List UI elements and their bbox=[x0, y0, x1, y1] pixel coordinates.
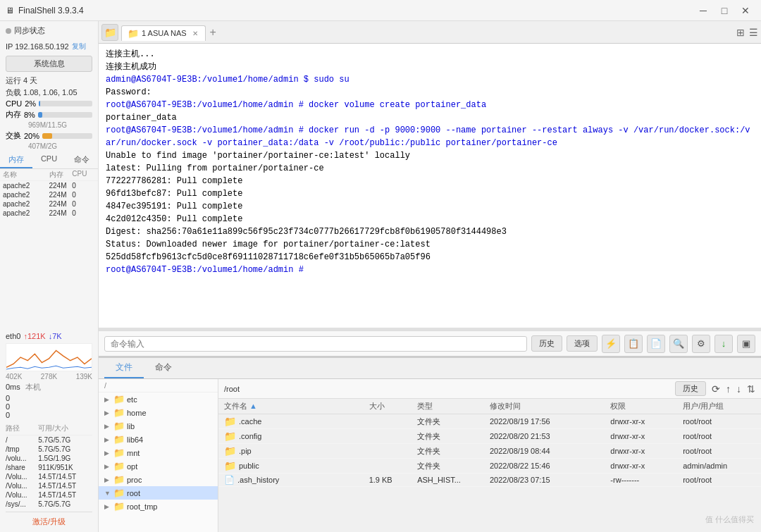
file-perm: drwxr-xr-x bbox=[610, 417, 683, 426]
list-item: apache2224M0 bbox=[0, 209, 98, 218]
ping-label: 0ms bbox=[6, 383, 20, 391]
col-header-user[interactable]: 用户/用户组 bbox=[683, 401, 755, 412]
cpu-row: CPU 2% bbox=[0, 99, 98, 109]
terminal-area: 连接主机...连接主机成功admin@AS6704T-9E3B:/volume1… bbox=[99, 44, 761, 356]
ping-val-1: 0 bbox=[6, 394, 92, 402]
copy-ip-button[interactable]: 复制 bbox=[72, 42, 86, 51]
net-row: eth0 ↑121K ↓7K bbox=[0, 330, 98, 342]
expand-icon: ▼ bbox=[104, 490, 111, 497]
file-name: 📁public bbox=[224, 460, 369, 471]
select-button[interactable]: 选项 bbox=[567, 335, 598, 352]
file-perm: drwxr-xr-x bbox=[610, 462, 683, 470]
col-header-date[interactable]: 修改时间 bbox=[490, 401, 610, 412]
sidebar-tab-cmd[interactable]: 命令 bbox=[66, 152, 98, 168]
table-row[interactable]: 📁public 文件夹 2022/08/22 15:46 drwxr-xr-x … bbox=[218, 459, 761, 474]
table-row[interactable]: 📁.config 文件夹 2022/08/20 21:53 drwxr-xr-x… bbox=[218, 429, 761, 444]
right-panel: 📁 📁 1 ASUA NAS ✕ + ⊞ ☰ 连接主机...连接主机成功admi… bbox=[99, 21, 761, 532]
mem-bar-bg bbox=[38, 112, 92, 118]
tree-item-label: lib64 bbox=[127, 435, 143, 444]
refresh-button[interactable]: ⟳ bbox=[712, 383, 720, 395]
command-input[interactable] bbox=[104, 336, 527, 352]
list-item[interactable]: ▶ 📁 root_tmp bbox=[99, 500, 218, 513]
disk-col-path: 路径 bbox=[6, 423, 38, 433]
list-item[interactable]: ▶ 📁 opt bbox=[99, 459, 218, 473]
col-header-size[interactable]: 大小 bbox=[369, 401, 418, 412]
folder-icon: 📁 bbox=[224, 431, 236, 442]
list-item[interactable]: ▼ 📁 root bbox=[99, 486, 218, 500]
terminal-line: 4847ec395191: Pull complete bbox=[106, 200, 754, 213]
file-tab-files[interactable]: 文件 bbox=[104, 358, 144, 378]
list-item[interactable]: ▶ 📁 home bbox=[99, 406, 218, 419]
net-down: ↓7K bbox=[49, 332, 62, 340]
list-item[interactable]: ▶ 📁 lib64 bbox=[99, 433, 218, 446]
terminal-line: 772227786281: Pull complete bbox=[106, 175, 754, 187]
sidebar-tab-cpu[interactable]: CPU bbox=[32, 152, 65, 168]
minimize-button[interactable]: ─ bbox=[693, 4, 713, 18]
terminal-line: root@AS6704T-9E3B:/volume1/home/admin # bbox=[106, 264, 754, 276]
file-tree: / ▶ 📁 etc ▶ 📁 home ▶ 📁 lib ▶ 📁 lib64 ▶ 📁… bbox=[99, 379, 218, 532]
ip-label: IP 192.168.50.192 bbox=[6, 42, 69, 51]
grid-view-button[interactable]: ⊞ bbox=[736, 27, 745, 38]
list-item[interactable]: ▶ 📁 lib bbox=[99, 419, 218, 433]
proc-col-mem: 内存 bbox=[49, 170, 73, 180]
col-header-name[interactable]: 文件名 ▲ bbox=[224, 401, 369, 412]
file-type: 文件夹 bbox=[417, 446, 490, 457]
table-row[interactable]: 📁.pip 文件夹 2022/08/19 08:44 drwxr-xr-x ro… bbox=[218, 444, 761, 459]
col-header-type[interactable]: 类型 bbox=[417, 401, 490, 412]
new-tab-button[interactable]: 📁 bbox=[101, 24, 118, 41]
paste-button[interactable]: 📄 bbox=[647, 335, 665, 353]
file-history-button[interactable]: 历史 bbox=[675, 381, 706, 396]
maximize-button[interactable]: □ bbox=[714, 4, 734, 18]
tree-items: ▶ 📁 etc ▶ 📁 home ▶ 📁 lib ▶ 📁 lib64 ▶ 📁 m… bbox=[99, 392, 218, 513]
tab-add-button[interactable]: + bbox=[210, 26, 216, 39]
menu-view-button[interactable]: ☰ bbox=[749, 27, 758, 38]
history-button[interactable]: 历史 bbox=[531, 335, 562, 352]
sort-arrow: ▲ bbox=[249, 402, 257, 410]
cpu-bar-bg bbox=[39, 101, 92, 106]
flash-button[interactable]: ⚡ bbox=[602, 335, 620, 353]
ip-row: IP 192.168.50.192 复制 bbox=[0, 40, 98, 54]
terminal-line: Unable to find image 'portainer/portaine… bbox=[106, 149, 754, 162]
tab-asua-nas[interactable]: 📁 1 ASUA NAS ✕ bbox=[121, 25, 206, 41]
file-user: root/root bbox=[683, 417, 755, 426]
sysinfo-button[interactable]: 系统信息 bbox=[6, 56, 92, 72]
copy-button[interactable]: 📋 bbox=[624, 335, 643, 353]
net-chart bbox=[6, 343, 92, 371]
table-row[interactable]: 📄.ash_history 1.9 KB ASH_HIST... 2022/08… bbox=[218, 474, 761, 487]
terminal-line: root@AS6704T-9E3B:/volume1/home/admin # … bbox=[106, 99, 754, 111]
file-user: root/root bbox=[683, 432, 755, 440]
file-user: admin/admin bbox=[683, 462, 755, 470]
table-row: /5.7G/5.7G bbox=[6, 435, 92, 445]
file-name: 📁.cache bbox=[224, 416, 369, 427]
activate-button[interactable]: 激活/升级 bbox=[6, 512, 92, 529]
list-item: apache2224M0 bbox=[0, 199, 98, 209]
close-button[interactable]: ✕ bbox=[736, 4, 755, 18]
upload-button[interactable]: ↑ bbox=[726, 383, 731, 395]
expand-icon: ▶ bbox=[104, 476, 111, 483]
ping-sublabel: 本机 bbox=[25, 383, 41, 391]
file-tab-cmd[interactable]: 命令 bbox=[144, 358, 183, 378]
col-header-perm[interactable]: 权限 bbox=[610, 401, 683, 412]
list-item[interactable]: ▶ 📁 mnt bbox=[99, 446, 218, 459]
sidebar-tab-mem[interactable]: 内存 bbox=[0, 152, 32, 168]
download-button[interactable]: ↓ bbox=[714, 335, 733, 353]
list-item[interactable]: ▶ 📁 proc bbox=[99, 473, 218, 486]
terminal-button[interactable]: ▣ bbox=[737, 335, 755, 353]
folder-icon: 📁 bbox=[113, 501, 125, 512]
list-item[interactable]: ▶ 📁 etc bbox=[99, 392, 218, 406]
file-perm: -rw------- bbox=[610, 476, 683, 484]
tree-item-label: home bbox=[127, 409, 147, 417]
terminal-line: admin@AS6704T-9E3B:/volume1/home/admin $… bbox=[106, 73, 754, 86]
table-row[interactable]: 📁.cache 文件夹 2022/08/19 17:56 drwxr-xr-x … bbox=[218, 414, 761, 429]
settings-button[interactable]: ⚙ bbox=[692, 335, 710, 353]
ping-val-2: 0 bbox=[6, 402, 92, 411]
sync-button[interactable]: ⇅ bbox=[747, 383, 755, 395]
search-button[interactable]: 🔍 bbox=[669, 335, 688, 353]
tree-item-label: root_tmp bbox=[127, 502, 157, 511]
expand-icon: ▶ bbox=[104, 396, 111, 403]
table-row: /share911K/951K bbox=[6, 463, 92, 472]
tab-close-button[interactable]: ✕ bbox=[192, 30, 198, 37]
tab-folder-icon: 📁 bbox=[128, 28, 139, 39]
download-file-button[interactable]: ↓ bbox=[736, 383, 741, 395]
disk-col-avail: 可用/大小 bbox=[38, 423, 92, 433]
